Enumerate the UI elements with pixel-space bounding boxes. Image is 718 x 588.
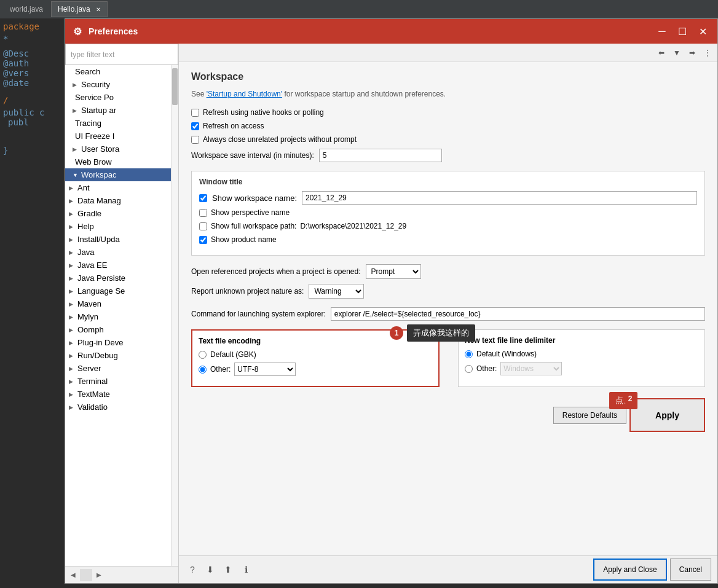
sidebar-item-ant[interactable]: ▶ Ant bbox=[65, 181, 171, 194]
sidebar-item-userstor[interactable]: ▶ User Stora bbox=[65, 143, 171, 155]
command-label: Command for launching system explorer: bbox=[191, 310, 326, 318]
sidebar-item-help[interactable]: ▶ Help bbox=[65, 220, 171, 233]
delimiter-other-label: Other: bbox=[476, 364, 497, 373]
chevron-icon-5: ▶ bbox=[69, 185, 75, 191]
sidebar-list[interactable]: Search ▶ Security Service Po ▶ Startup a… bbox=[65, 65, 171, 566]
delimiter-default-radio[interactable] bbox=[465, 350, 473, 358]
delimiter-other-radio[interactable] bbox=[465, 365, 473, 373]
sidebar-item-server[interactable]: ▶ Server bbox=[65, 362, 171, 375]
sidebar-item-tracing-label: Tracing bbox=[75, 119, 101, 128]
tooltip-1: 弄成像我这样的 bbox=[407, 324, 475, 342]
sidebar-item-ant-label: Ant bbox=[77, 183, 90, 192]
main-wrapper: package * @Desc @auth @vers @date / publ… bbox=[0, 0, 718, 588]
sidebar-item-rundebug-label: Run/Debug bbox=[77, 351, 118, 360]
sidebar-item-datamanage[interactable]: ▶ Data Manag bbox=[65, 194, 171, 207]
encoding-dropdown[interactable]: UTF-8 GBK ISO-8859-1 bbox=[234, 363, 296, 376]
encoding-default-radio[interactable] bbox=[199, 351, 207, 359]
encoding-default-label: Default (GBK) bbox=[210, 350, 256, 359]
section-title: Workspace bbox=[191, 71, 705, 82]
save-interval-label: Workspace save interval (in minutes): bbox=[191, 151, 314, 160]
import-icon[interactable]: ⬆ bbox=[221, 562, 235, 577]
back-button[interactable]: ⬅ bbox=[655, 46, 668, 60]
sidebar-item-installupdate[interactable]: ▶ Install/Upda bbox=[65, 233, 171, 246]
workspace-name-input[interactable] bbox=[302, 191, 697, 205]
checkbox-refresh-access-input[interactable] bbox=[191, 122, 199, 130]
tab-close-icon[interactable]: ✕ bbox=[96, 6, 101, 13]
chevron-icon-4: ▼ bbox=[73, 172, 79, 178]
show-full-path-label: Show full workspace path: bbox=[211, 222, 296, 230]
sidebar-item-textmate[interactable]: ▶ TextMate bbox=[65, 388, 171, 401]
sidebar-item-languagese[interactable]: ▶ Language Se bbox=[65, 284, 171, 297]
sidebar-item-javaee[interactable]: ▶ Java EE bbox=[65, 259, 171, 272]
encoding-other-radio[interactable] bbox=[199, 366, 207, 374]
sidebar-item-gradle[interactable]: ▶ Gradle bbox=[65, 207, 171, 220]
tab-hello-java[interactable]: Hello.java ✕ bbox=[51, 1, 108, 17]
sidebar-item-workspace[interactable]: ▼ Workspac bbox=[65, 168, 171, 181]
sidebar-item-oomph[interactable]: ▶ Oomph bbox=[65, 323, 171, 336]
command-row: Command for launching system explorer: bbox=[191, 307, 705, 321]
checkbox-refresh-native-input[interactable] bbox=[191, 109, 199, 117]
sidebar-item-javapersist[interactable]: ▶ Java Persiste bbox=[65, 272, 171, 284]
checkbox-close-unrelated: Always close unrelated projects without … bbox=[191, 135, 705, 144]
info-icon[interactable]: ℹ bbox=[239, 562, 253, 577]
sidebar-item-security[interactable]: ▶ Security bbox=[65, 78, 171, 91]
sidebar-item-uifreeze[interactable]: UI Freeze I bbox=[65, 130, 171, 143]
sidebar-item-rundebug[interactable]: ▶ Run/Debug bbox=[65, 349, 171, 362]
show-workspace-name-checkbox[interactable] bbox=[199, 194, 207, 202]
filter-input[interactable] bbox=[65, 44, 178, 65]
sidebar-item-mylyn[interactable]: ▶ Mylyn bbox=[65, 310, 171, 323]
sidebar-item-plugindev[interactable]: ▶ Plug-in Deve bbox=[65, 336, 171, 349]
delimiter-dropdown[interactable]: Windows Unix Mac bbox=[500, 362, 562, 375]
chevron-icon-14: ▶ bbox=[69, 301, 75, 307]
more-button[interactable]: ⋮ bbox=[701, 46, 714, 60]
sidebar-item-startupar[interactable]: ▶ Startup ar bbox=[65, 104, 171, 117]
sidebar-item-userstor-label: User Stora bbox=[81, 144, 119, 154]
report-unknown-select[interactable]: Warning Error Info bbox=[309, 284, 364, 299]
show-perspective-checkbox[interactable] bbox=[199, 209, 207, 217]
sidebar-item-plugindev-label: Plug-in Deve bbox=[77, 338, 123, 347]
sidebar-item-search[interactable]: Search bbox=[65, 65, 171, 78]
dialog-titlebar: ⚙ Preferences ─ ☐ ✕ bbox=[65, 19, 717, 44]
sidebar-item-validatio[interactable]: ▶ Validatio bbox=[65, 401, 171, 414]
close-button[interactable]: ✕ bbox=[694, 24, 711, 39]
maximize-button[interactable]: ☐ bbox=[674, 24, 691, 39]
sidebar-item-terminal[interactable]: ▶ Terminal bbox=[65, 375, 171, 388]
apply-button[interactable]: Apply bbox=[629, 398, 705, 432]
scroll-thumb bbox=[172, 68, 178, 105]
report-row: Report unknown project nature as: Warnin… bbox=[191, 284, 705, 299]
save-interval-input[interactable] bbox=[319, 149, 442, 162]
chevron-icon-10: ▶ bbox=[69, 249, 75, 256]
show-product-checkbox[interactable] bbox=[199, 236, 207, 244]
sidebar-item-java-label: Java bbox=[77, 248, 94, 257]
command-input[interactable] bbox=[331, 307, 705, 321]
dialog-title-left: ⚙ Preferences bbox=[71, 25, 138, 37]
tab-world-java[interactable]: world.java bbox=[3, 1, 50, 17]
startup-shutdown-link[interactable]: 'Startup and Shutdown' bbox=[207, 90, 282, 98]
sidebar-item-java[interactable]: ▶ Java bbox=[65, 246, 171, 259]
sidebar-item-gradle-label: Gradle bbox=[77, 209, 101, 218]
chevron-icon: ▶ bbox=[73, 82, 79, 88]
sidebar-item-maven[interactable]: ▶ Maven bbox=[65, 297, 171, 310]
sidebar-item-servicepo[interactable]: Service Po bbox=[65, 91, 171, 104]
dropdown-arrow[interactable]: ▼ bbox=[670, 46, 684, 60]
chevron-icon-8: ▶ bbox=[69, 224, 75, 230]
chevron-icon-12: ▶ bbox=[69, 275, 75, 281]
help-icon[interactable]: ? bbox=[185, 562, 200, 577]
sidebar-item-webbrow[interactable]: Web Brow bbox=[65, 155, 171, 168]
sidebar-scrollbar[interactable] bbox=[171, 65, 178, 566]
nav-prev-icon[interactable]: ◀ bbox=[68, 570, 79, 581]
minimize-button[interactable]: ─ bbox=[653, 24, 671, 39]
nav-next-icon[interactable]: ▶ bbox=[93, 570, 105, 581]
checkbox-close-unrelated-input[interactable] bbox=[191, 136, 199, 144]
tab-hello-java-label: Hello.java bbox=[58, 5, 90, 14]
open-projects-select[interactable]: Prompt Always Never bbox=[366, 264, 421, 279]
show-full-path-checkbox[interactable] bbox=[199, 222, 207, 230]
two-col-section: Text file encoding Default (GBK) Other: … bbox=[191, 329, 705, 387]
sidebar-item-tracing[interactable]: Tracing bbox=[65, 117, 171, 130]
export-icon[interactable]: ⬇ bbox=[203, 562, 218, 577]
delimiter-section-label: New text file line delimiter bbox=[465, 336, 698, 345]
apply-close-button[interactable]: Apply and Close bbox=[593, 559, 666, 581]
cancel-button[interactable]: Cancel bbox=[670, 559, 711, 581]
content-main: Workspace See 'Startup and Shutdown' for… bbox=[179, 62, 717, 555]
forward-button[interactable]: ➡ bbox=[685, 46, 699, 60]
